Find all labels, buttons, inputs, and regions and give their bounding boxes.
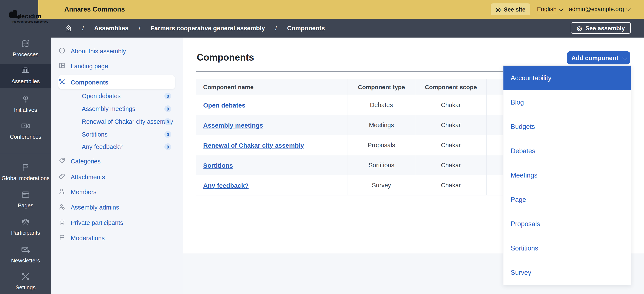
lightbulb-icon (21, 94, 30, 105)
see-site-button[interactable]: ◎ See site (491, 4, 530, 15)
table-row-cell: Renewal of Chakar city assembly (196, 135, 348, 155)
user-gear-icon (58, 188, 71, 196)
page-title: Components (197, 52, 254, 63)
sidebar-item-attachments[interactable]: Attachments (58, 171, 105, 184)
sidebar-subitem-label: Open debates (82, 93, 120, 99)
nav-item-settings[interactable]: Settings (0, 272, 51, 290)
decidim-logo[interactable]: decidim free open-source democracy (6, 10, 50, 25)
add-component-menu: Accountability Blog Budgets Debates Meet… (503, 65, 631, 285)
assembly-sidebar: About this assembly Landing page Compone… (51, 38, 183, 294)
info-icon (58, 47, 71, 56)
sidebar-item-landing-page[interactable]: Landing page (58, 60, 108, 73)
sidebar-subitem-open-debates[interactable]: Open debates (58, 90, 120, 102)
nav-item-label: Initiatives (14, 107, 37, 113)
component-link[interactable]: Sortitions (203, 162, 233, 169)
sidebar-item-assembly-admins[interactable]: Assembly admins (58, 201, 119, 214)
sidebar-subitem-sortitions[interactable]: Sortitions (58, 128, 108, 141)
nav-item-label: Conferences (10, 133, 41, 140)
sidebar-item-categories[interactable]: Categories (58, 155, 100, 168)
table-row-cell: Proposals (348, 135, 415, 155)
sidebar-subitem-renewal[interactable]: Renewal of Chakar city assembly (58, 115, 173, 128)
paperclip-icon (58, 173, 71, 181)
sidebar-item-label: About this assembly (71, 48, 126, 55)
team-icon (58, 218, 71, 227)
count-badge: 0 (164, 131, 171, 138)
count-badge: 0 (164, 93, 171, 99)
video-camera-icon (21, 121, 30, 132)
account-menu[interactable]: admin@example.org (569, 6, 630, 13)
sidebar-item-members[interactable]: Members (58, 186, 96, 198)
table-row-cell: Debates (348, 95, 415, 115)
component-link[interactable]: Renewal of Chakar city assembly (203, 141, 304, 149)
nav-item-pages[interactable]: Pages (0, 190, 51, 209)
add-component-button[interactable]: Add component (567, 51, 630, 64)
breadcrumb-separator: / (82, 25, 84, 32)
see-assembly-button[interactable]: ◎ See assembly (571, 22, 631, 34)
logo-tagline: free open-source democracy (12, 20, 48, 23)
column-header-name: Component name (196, 79, 348, 95)
layout-icon (58, 62, 71, 70)
menu-item-sortitions[interactable]: Sortitions (504, 236, 631, 260)
chevron-down-icon (626, 7, 631, 11)
component-link[interactable]: Open debates (203, 101, 245, 109)
nav-item-newsletters[interactable]: Newsletters (0, 245, 51, 264)
nav-item-conferences[interactable]: Conferences (0, 121, 51, 140)
nav-item-global-moderations[interactable]: Global moderations (0, 163, 51, 181)
sidebar-divider (0, 154, 51, 154)
logo-brand: decidim (18, 13, 41, 20)
eye-icon: ◎ (496, 7, 501, 12)
sidebar-subitem-assembly-meetings[interactable]: Assembly meetings (58, 102, 135, 115)
nav-item-label: Processes (12, 51, 38, 58)
breadcrumb-components[interactable]: Components (287, 25, 325, 32)
table-row-cell: Meetings (348, 115, 415, 135)
chevron-down-icon (558, 7, 564, 11)
breadcrumb-assemblies[interactable]: Assemblies (94, 25, 128, 32)
sidebar-item-label: Members (71, 189, 96, 195)
nav-item-label: Global moderations (2, 175, 50, 181)
menu-item-proposals[interactable]: Proposals (504, 212, 631, 236)
chevron-down-icon (622, 55, 628, 60)
nav-item-participants[interactable]: Participants (0, 217, 51, 236)
component-link[interactable]: Assembly meetings (203, 121, 263, 129)
component-link[interactable]: Any feedback? (203, 182, 248, 189)
sidebar-item-label: Categories (71, 158, 100, 165)
language-selector[interactable]: English (537, 6, 562, 13)
user-gear-icon (58, 203, 71, 212)
table-row-cell: Open debates (196, 95, 348, 115)
menu-item-debates[interactable]: Debates (504, 139, 631, 163)
menu-item-budgets[interactable]: Budgets (504, 114, 631, 139)
nav-item-initiatives[interactable]: Initiatives (0, 94, 51, 113)
see-site-label: See site (504, 6, 526, 13)
table-row-cell: Sortitions (196, 155, 348, 175)
menu-item-page[interactable]: Page (504, 187, 631, 212)
sidebar-item-about-assembly[interactable]: About this assembly (58, 45, 126, 58)
breadcrumb: / Assemblies / Farmers cooperative gener… (51, 25, 325, 32)
sidebar-subitem-any-feedback[interactable]: Any feedback? (58, 140, 123, 153)
page-window-icon (21, 190, 30, 201)
table-row-cell: Assembly meetings (196, 115, 348, 135)
breadcrumb-assembly-name[interactable]: Farmers cooperative general assembly (150, 25, 265, 32)
organization-title: Annares Commons (64, 0, 125, 19)
count-badge: 0 (164, 143, 171, 150)
table-row-cell: Chakar (415, 155, 486, 175)
top-bar-actions: ◎ See site English admin@example.org (491, 0, 630, 19)
nav-item-processes[interactable]: Processes (0, 39, 51, 58)
menu-item-blog[interactable]: Blog (504, 90, 631, 114)
tag-icon (58, 157, 71, 166)
nav-item-assemblies[interactable]: Assemblies (0, 66, 51, 84)
table-row-cell: Chakar (415, 95, 486, 115)
flag-icon (21, 163, 30, 174)
menu-item-accountability[interactable]: Accountability (504, 66, 631, 90)
table-row-cell: Sortitions (348, 155, 415, 175)
map-icon (21, 39, 30, 50)
sidebar-item-moderations[interactable]: Moderations (58, 232, 105, 244)
home-icon[interactable] (65, 25, 72, 32)
table-row-cell: Any feedback? (196, 175, 348, 195)
menu-item-meetings[interactable]: Meetings (504, 163, 631, 187)
table-row-cell: Chakar (415, 115, 486, 135)
tools-icon (21, 272, 30, 283)
sidebar-item-private-participants[interactable]: Private participants (58, 216, 123, 229)
menu-item-survey[interactable]: Survey (504, 260, 631, 285)
sidebar-subitem-label: Sortitions (82, 131, 108, 138)
sidebar-item-components[interactable]: Components (58, 76, 108, 89)
